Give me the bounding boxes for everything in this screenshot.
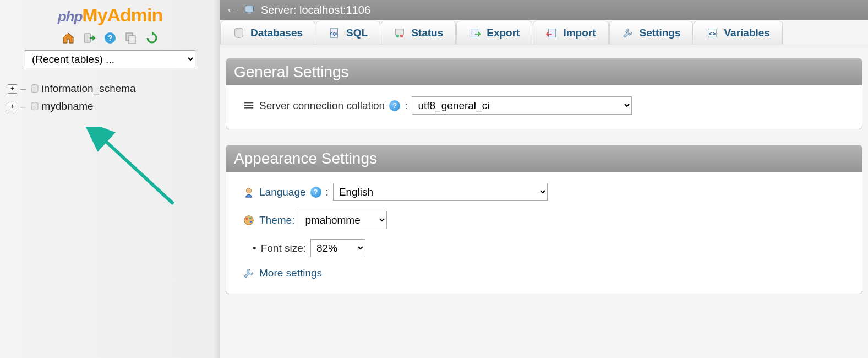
colon: : [405,100,407,112]
collation-icon [243,100,255,112]
help-icon[interactable]: ? [389,100,400,111]
svg-text:SQL: SQL [330,31,339,36]
tree-label: mydbname [42,100,94,112]
export-icon [469,27,481,39]
databases-icon [233,27,245,39]
language-select[interactable]: English [333,183,548,201]
server-icon [243,4,255,16]
tab-export[interactable]: Export [456,21,532,45]
help-icon[interactable]: ? [310,187,321,198]
server-label: Server: localhost:1106 [261,4,370,17]
language-label[interactable]: Language [259,186,306,198]
fontsize-label: Font size: [261,242,306,254]
tab-status[interactable]: Status [381,21,456,45]
appearance-settings-title: Appearance Settings [226,145,862,172]
svg-point-24 [246,188,251,193]
import-icon [545,27,558,39]
tab-import[interactable]: Import [533,21,608,45]
tab-sql[interactable]: SQL SQL [316,21,380,45]
help-icon[interactable]: ? [103,31,117,45]
annotation-arrow [85,127,184,215]
svg-point-27 [249,217,252,219]
wrench-icon [622,27,634,39]
more-settings-row: More settings [243,267,848,279]
appearance-settings-panel: Appearance Settings Language ? : English [226,145,862,294]
svg-point-15 [396,35,400,38]
general-settings-panel: General Settings Server connection colla… [226,58,862,129]
svg-rect-14 [396,29,404,35]
tree-connector: – [19,83,28,95]
expand-icon[interactable]: + [8,102,17,111]
svg-rect-10 [248,12,251,14]
svg-point-28 [250,220,252,223]
svg-line-8 [102,138,173,204]
variables-icon: <> [706,27,718,39]
theme-row: Theme: pmahomme [243,211,848,229]
theme-icon [243,214,255,226]
svg-point-25 [244,215,254,225]
sidebar-toolbar: ? [62,31,159,45]
svg-rect-22 [244,105,254,106]
svg-rect-4 [129,36,135,44]
recent-tables-select[interactable]: (Recent tables) ... [25,50,195,68]
tab-label: Variables [724,27,769,39]
content-area: General Settings Server connection colla… [220,45,868,315]
tab-bar: Databases SQL SQL Status Export Import S… [220,21,868,45]
tab-variables[interactable]: <> Variables [694,21,782,45]
tab-label: Settings [640,27,681,39]
collation-label: Server connection collation [259,100,385,112]
tab-settings[interactable]: Settings [609,21,694,45]
logo-my: My [82,4,107,25]
tab-label: Import [563,27,596,39]
tab-label: Export [487,27,520,39]
expand-icon[interactable]: + [8,84,17,94]
sql-window-icon[interactable] [124,31,138,45]
collation-select[interactable]: utf8_general_ci [412,96,632,115]
language-icon [243,186,255,198]
tab-label: Status [411,27,443,39]
tree-label: information_schema [42,83,136,95]
svg-rect-17 [471,29,478,37]
theme-label[interactable]: Theme: [259,214,294,226]
database-icon [30,84,40,94]
sidebar: phpMyAdmin ? (Recent tables) ... + – inf… [0,0,220,358]
svg-rect-21 [244,102,254,103]
tab-databases[interactable]: Databases [220,21,315,45]
home-icon[interactable] [62,31,75,45]
tree-row-information-schema[interactable]: + – information_schema [8,83,220,95]
tree-connector: – [19,100,28,112]
logout-icon[interactable] [83,31,96,45]
server-bar: ← Server: localhost:1106 [220,0,868,20]
logo-admin: Admin [107,4,163,25]
wrench-icon [243,267,255,279]
collation-row: Server connection collation ? : utf8_gen… [243,96,848,115]
language-row: Language ? : English [243,183,848,201]
tab-label: SQL [346,27,368,39]
svg-text:<>: <> [709,30,716,37]
svg-rect-23 [244,107,254,108]
phpmyadmin-logo: phpMyAdmin [58,4,163,26]
fontsize-row: Font size: 82% [243,239,848,257]
general-settings-title: General Settings [226,59,862,85]
theme-select[interactable]: pmahomme [299,211,387,229]
database-icon [30,101,40,111]
svg-point-16 [400,35,403,38]
logo-php: php [58,8,83,25]
back-arrow-icon[interactable]: ← [226,3,238,17]
colon: : [326,186,329,198]
tab-label: Databases [250,27,303,39]
svg-rect-9 [245,6,254,12]
fontsize-select[interactable]: 82% [310,239,365,257]
svg-rect-18 [549,29,556,37]
main-content: ← Server: localhost:1106 Databases SQL S… [220,0,868,358]
sql-icon: SQL [329,27,341,39]
svg-point-26 [246,218,248,220]
database-tree: + – information_schema + – mydbname [0,83,220,118]
tree-row-mydbname[interactable]: + – mydbname [8,100,220,112]
svg-text:?: ? [108,34,113,42]
reload-icon[interactable] [145,31,159,45]
more-settings-link[interactable]: More settings [259,267,322,279]
status-icon [394,27,406,39]
